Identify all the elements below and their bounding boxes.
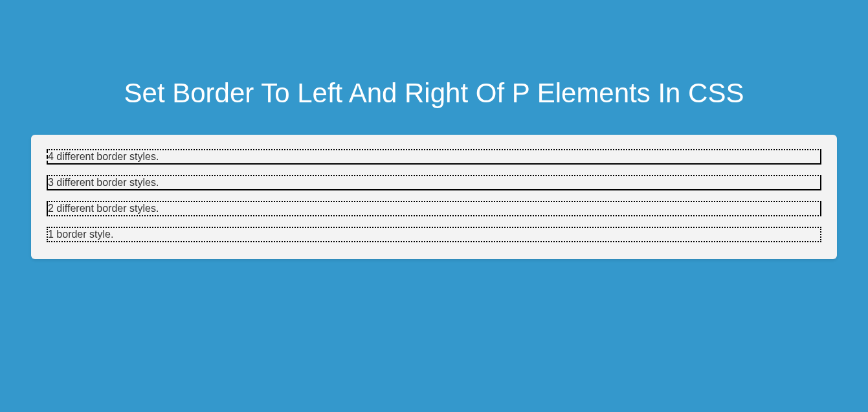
- page-title: Set Border To Left And Right Of P Elemen…: [0, 0, 868, 135]
- border-example-three: 3 different border styles.: [47, 175, 821, 190]
- example-card: 4 different border styles. 3 different b…: [31, 135, 837, 259]
- border-example-four: 4 different border styles.: [47, 149, 821, 165]
- border-example-two: 2 different border styles.: [47, 201, 821, 216]
- border-example-one: 1 border style.: [47, 227, 821, 242]
